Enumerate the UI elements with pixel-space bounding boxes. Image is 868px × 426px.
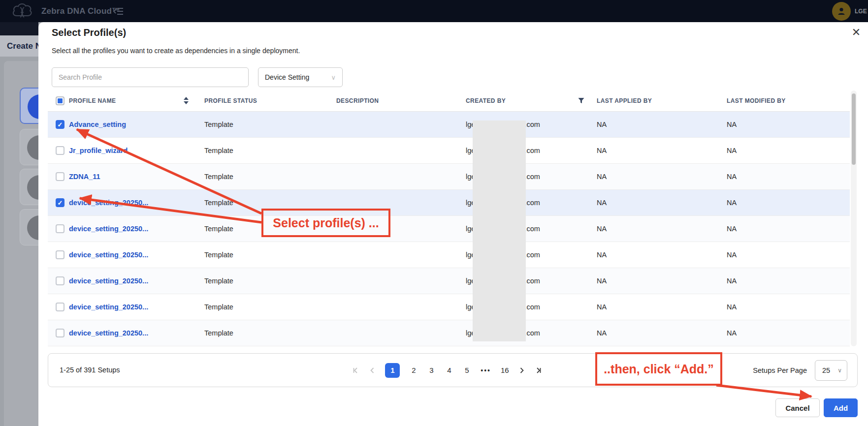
select-profiles-modal: Select Profile(s) ✕ Select all the profi…	[38, 22, 868, 426]
background-page-title: Create Ne	[0, 41, 38, 51]
zebra-dna-cloud-logo-icon	[11, 2, 33, 21]
scrollbar-thumb[interactable]	[852, 93, 856, 165]
profile-name-link[interactable]: Advance_setting	[69, 121, 204, 128]
page-number[interactable]: 4	[445, 366, 453, 374]
last-applied-by-cell: NA	[597, 251, 727, 259]
profile-status-cell: Template	[204, 303, 336, 311]
row-checkbox[interactable]	[56, 224, 64, 233]
profiles-table: PROFILE NAME PROFILE STATUS DESCRIPTION …	[48, 90, 850, 346]
last-modified-by-cell: NA	[727, 329, 850, 337]
last-applied-by-cell: NA	[597, 303, 727, 311]
select-all-checkbox[interactable]	[56, 96, 64, 105]
table-row: ZDNA_11Templatelge.comNANA	[48, 164, 850, 190]
row-checkbox[interactable]: ✓	[56, 198, 64, 207]
row-checkbox[interactable]	[56, 276, 64, 285]
profile-name-link[interactable]: Jr_profile_wizard	[69, 147, 204, 154]
profile-name-link[interactable]: device_setting_20250...	[69, 329, 204, 337]
background-title-band: Create Ne	[0, 35, 38, 57]
last-applied-by-cell: NA	[597, 277, 727, 285]
last-applied-by-cell: NA	[597, 199, 727, 207]
per-page-value: 25	[822, 366, 830, 374]
col-header-profile-name: PROFILE NAME	[69, 97, 116, 104]
col-header-last-modified-by: LAST MODIFIED BY	[727, 97, 786, 104]
profile-status-cell: Template	[204, 121, 336, 128]
profile-status-cell: Template	[204, 173, 336, 181]
brand-name: Zebra DNA Cloud™	[41, 6, 120, 16]
table-row: device_setting_20250...Templatelge.comNA…	[48, 268, 850, 294]
table-row: device_setting_20250...Templatelge.comNA…	[48, 294, 850, 320]
filter-icon[interactable]	[578, 97, 584, 104]
col-header-created-by: CREATED BY	[466, 97, 506, 104]
row-checkbox[interactable]	[56, 303, 64, 311]
page-number[interactable]: 3	[427, 366, 435, 374]
profile-status-cell: Template	[204, 199, 336, 207]
last-modified-by-cell: NA	[727, 199, 850, 207]
profile-status-cell: Template	[204, 225, 336, 233]
pagination-bar: 1-25 of 391 Setups 1 2345•••16 Setups Pe…	[48, 353, 858, 387]
table-row: Jr_profile_wizardTemplatelge.comNANA	[48, 138, 850, 164]
col-header-description: DESCRIPTION	[336, 97, 379, 104]
col-header-last-applied-by: LAST APPLIED BY	[597, 97, 652, 104]
page-number[interactable]: 2	[410, 366, 418, 374]
row-checkbox[interactable]	[56, 329, 64, 337]
last-applied-by-cell: NA	[597, 121, 727, 128]
page-number-active[interactable]: 1	[385, 363, 400, 378]
table-row: device_setting_20250...Templatelge.comNA…	[48, 216, 850, 242]
profile-name-link[interactable]: device_setting_20250...	[69, 251, 204, 259]
pagination-summary: 1-25 of 391 Setups	[60, 366, 120, 374]
cancel-button[interactable]: Cancel	[775, 398, 820, 417]
page-number[interactable]: 5	[463, 366, 471, 374]
last-modified-by-cell: NA	[727, 303, 850, 311]
per-page-control: Setups Per Page 25 ∨	[753, 354, 847, 387]
prev-page-icon[interactable]	[369, 367, 375, 374]
sort-icon[interactable]	[184, 97, 189, 104]
profile-status-cell: Template	[204, 329, 336, 337]
last-modified-by-cell: NA	[727, 121, 850, 128]
user-avatar[interactable]	[832, 2, 851, 21]
add-button[interactable]: Add	[824, 398, 858, 417]
profile-name-link[interactable]: device_setting_20250...	[69, 303, 204, 311]
modal-title: Select Profile(s)	[52, 27, 126, 38]
close-icon[interactable]: ✕	[850, 26, 863, 39]
redaction-overlay	[473, 121, 526, 341]
last-modified-by-cell: NA	[727, 277, 850, 285]
last-modified-by-cell: NA	[727, 147, 850, 154]
table-row: device_setting_20250...Templatelge.comNA…	[48, 320, 850, 346]
profile-type-dropdown-value: Device Setting	[265, 73, 309, 81]
dimmed-background-page: Create Ne	[0, 22, 38, 426]
page-ellipsis: •••	[481, 366, 491, 374]
last-modified-by-cell: NA	[727, 225, 850, 233]
modal-subtitle: Select all the profiles you want to crea…	[52, 47, 300, 55]
background-dark-strip	[0, 22, 38, 35]
profile-name-link[interactable]: device_setting_20250...	[69, 225, 204, 233]
person-icon	[836, 6, 846, 16]
row-checkbox[interactable]	[56, 172, 64, 181]
top-bar: Zebra DNA Cloud™ LGE	[0, 0, 868, 22]
row-checkbox[interactable]	[56, 250, 64, 259]
row-checkbox[interactable]	[56, 146, 64, 155]
last-modified-by-cell: NA	[727, 251, 850, 259]
chevron-down-icon: ∨	[837, 367, 842, 374]
profile-status-cell: Template	[204, 251, 336, 259]
first-page-icon[interactable]	[352, 367, 359, 374]
profile-name-link[interactable]: ZDNA_11	[69, 173, 204, 181]
last-applied-by-cell: NA	[597, 147, 727, 154]
profile-name-link[interactable]: device_setting_20250...	[69, 277, 204, 285]
table-row: ✓Advance_settingTemplatelge.comNANA	[48, 112, 850, 138]
last-applied-by-cell: NA	[597, 173, 727, 181]
last-applied-by-cell: NA	[597, 225, 727, 233]
next-page-icon[interactable]	[519, 367, 525, 374]
profile-name-link[interactable]: device_setting_20250...	[69, 199, 204, 207]
page-number[interactable]: 16	[501, 366, 509, 374]
last-applied-by-cell: NA	[597, 329, 727, 337]
row-checkbox[interactable]: ✓	[56, 120, 64, 129]
last-modified-by-cell: NA	[727, 173, 850, 181]
profile-type-dropdown[interactable]: Device Setting ∨	[258, 67, 343, 87]
per-page-dropdown[interactable]: 25 ∨	[815, 360, 847, 381]
table-body: ✓Advance_settingTemplatelge.comNANAJr_pr…	[48, 112, 850, 346]
collapse-sidebar-icon[interactable]	[113, 7, 124, 16]
last-page-icon[interactable]	[535, 367, 542, 374]
search-profile-input[interactable]	[52, 67, 249, 87]
profile-status-cell: Template	[204, 147, 336, 154]
col-header-profile-status: PROFILE STATUS	[204, 97, 257, 104]
